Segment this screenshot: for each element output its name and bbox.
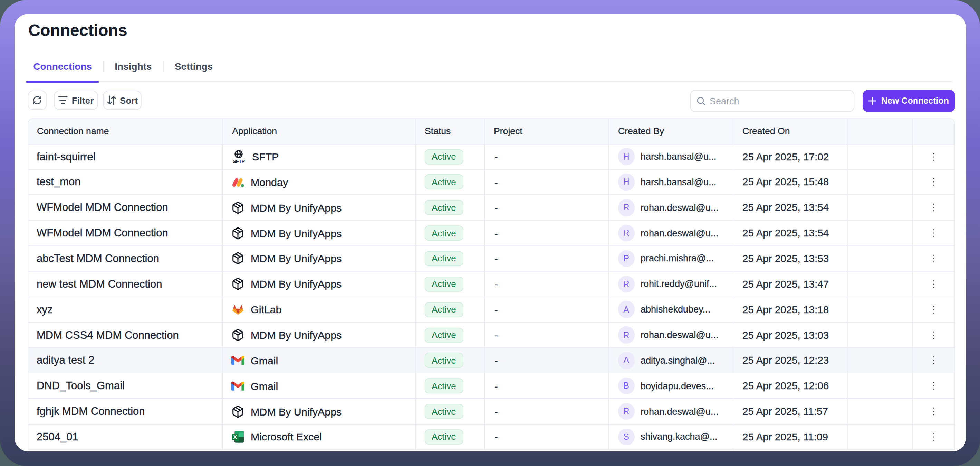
svg-text:SFTP: SFTP	[233, 159, 245, 163]
svg-text:X: X	[233, 434, 237, 440]
